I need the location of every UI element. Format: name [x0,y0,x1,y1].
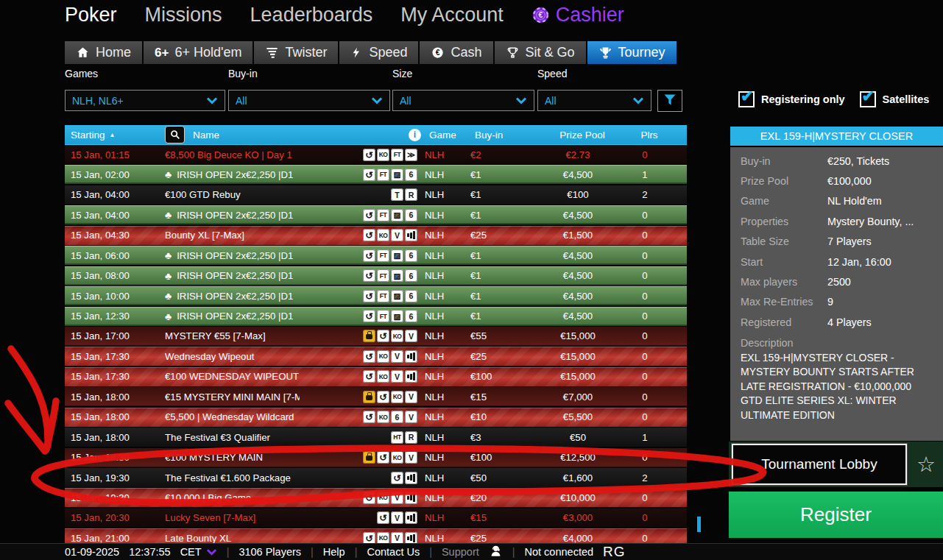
table-row[interactable]: 15 Jan, 19:30The Festival €1.600 Package… [65,468,687,487]
table-row[interactable]: 15 Jan, 08:00♣IRISH OPEN 2x€2,250 |D1↺FT… [65,266,687,286]
buyin-cell: €25 [470,351,529,362]
table-row[interactable]: 15 Jan, 17:00MYSTERY €55 [7-Max]↺KOVNLH€… [65,327,687,346]
row-icons: ↺KOV [300,451,425,464]
sort-asc-icon: ▲ [110,132,116,138]
favorite-star-icon[interactable]: ☆ [916,454,936,475]
six-icon: 6 [405,249,417,262]
tab-cash[interactable]: €Cash [420,41,492,64]
filter-group-buy-in: Buy-inAll [228,68,390,111]
table-row[interactable]: 15 Jan, 18:00The Festival €3 QualifierHT… [65,428,687,447]
filter-select-games[interactable]: NLH, NL6+ [65,90,225,111]
column-players[interactable]: Plrs [631,130,668,141]
table-row[interactable]: 15 Jan, 04:30Bounty XL [7-Max]↺KOVNLH€25… [65,226,687,245]
support-link[interactable]: Support [442,546,479,558]
players-cell: 1 [626,432,663,443]
timezone-selector[interactable]: CET [180,546,217,558]
stats-icon [405,511,417,524]
tournament-lobby-button[interactable]: Tournament Lobby [732,444,907,485]
prize-cell: €10,000 [529,492,626,503]
details-field-table-size: Table Size7 Players [730,232,943,252]
filter-select-buy-in[interactable]: All [228,90,390,111]
nav-item-missions[interactable]: Missions [145,4,222,26]
table-row[interactable]: 15 Jan, 01:15€8,500 Big Deuce KO | Day 1… [65,145,687,164]
register-button[interactable]: Register [729,492,943,538]
clover-icon: ♣ [165,311,172,322]
prize-cell: €100 [529,189,626,200]
search-icon[interactable] [165,126,185,143]
checkbox-registering-only[interactable]: ✔Registering only [738,91,845,107]
nav-item-label: Leaderboards [250,4,373,26]
responsible-gaming-logo[interactable]: RG [603,544,626,560]
table-row[interactable]: 15 Jan, 06:00♣IRISH OPEN 2x€2,250 |D1↺FT… [65,246,687,265]
column-name[interactable]: Name [187,130,409,141]
table-row[interactable]: 15 Jan, 17:30€100 WEDNESDAY WIPEOUT [P..… [65,367,687,386]
table-row[interactable]: 15 Jan, 12:30♣IRISH OPEN 2x€2,250 |D1↺FT… [65,307,687,326]
tab-6-hold-em[interactable]: 6+6+ Hold'em [144,41,252,64]
column-prize-pool[interactable]: Prize Pool [534,130,631,141]
table-row[interactable]: 15 Jan, 20:30Lucky Seven [7-Max]↺VNLH€15… [65,508,687,528]
table-row[interactable]: 15 Jan, 18:00€5,500 | Wednesday Wildcard… [65,408,687,427]
starting-cell: 15 Jan, 17:00 [65,330,165,341]
table-row[interactable]: 15 Jan, 18:00€15 MYSTERY MINI MAIN [7-Ma… [65,387,687,406]
annotation-arrow [11,349,48,446]
nav-item-poker[interactable]: Poker [65,4,117,26]
starting-cell: 15 Jan, 12:30 [65,311,165,322]
stats-icon [405,472,417,484]
info-icon[interactable]: i [409,129,421,141]
table-row[interactable]: 15 Jan, 04:00€100 GTD RebuyTRNLH€1€1002 [65,185,687,205]
stats-icon [405,492,417,504]
players-cell: 0 [626,330,663,341]
nav-item-leaderboards[interactable]: Leaderboards [250,4,373,26]
table-row[interactable]: 15 Jan, 19:30€10,000 | Big Game↺KOVNLH€2… [65,488,687,507]
game-cell: NLH [425,533,470,543]
voucher-icon: V [405,391,417,403]
voucher-icon: V [391,532,403,543]
nav-item-cashier[interactable]: €Cashier [531,4,624,26]
prize-cell: €4,500 [529,210,626,221]
starting-cell: 15 Jan, 04:00 [65,189,165,200]
reentry-icon: ↺ [377,330,389,342]
details-field-buy-in: Buy-in€250, Tickets [730,151,943,171]
ko-icon: KO [377,350,389,363]
table-row[interactable]: 15 Jan, 10:00♣IRISH OPEN 2x€2,250 |D1↺FT… [65,286,687,305]
table-row[interactable]: 15 Jan, 21:00Late Bounty XL↺KOVNLH€25€4,… [65,528,687,543]
scrollbar-thumb[interactable] [697,517,701,532]
row-icons: ↺FT▨6 [300,209,425,221]
filter-select-speed[interactable]: All [537,90,651,111]
nav-item-my-account[interactable]: My Account [400,4,504,26]
players-cell: 0 [626,533,663,543]
starting-cell: 15 Jan, 01:15 [65,149,165,160]
ft-icon: FT [377,169,389,181]
column-buyin[interactable]: Buy-in [475,130,534,141]
tab-sit-go[interactable]: Sit & Go [495,41,586,64]
speed-icon [350,46,363,60]
column-starting[interactable]: Starting ▲ [65,130,165,141]
tab-twister[interactable]: Twister [254,41,338,64]
tab-tourney[interactable]: Tourney [587,41,677,64]
help-link[interactable]: Help [323,546,345,558]
connection-status: Not connected [525,546,594,558]
divider: | [311,546,314,558]
tab-label: Home [96,45,131,60]
table-row[interactable]: 15 Jan, 04:00♣IRISH OPEN 2x€2,250 |D1↺FT… [65,205,687,224]
filter-select-size[interactable]: All [392,90,534,111]
clover-icon: ♣ [165,271,172,281]
row-icons: ↺KOV [300,370,425,383]
support-agent-icon[interactable] [489,544,503,560]
checkmark-icon: ✔ [741,88,754,105]
ft-icon: FT [377,249,389,262]
table-row[interactable]: 15 Jan, 17:30Wednesday Wipeout↺KOVNLH€25… [65,347,687,366]
contact-us-link[interactable]: Contact Us [367,546,420,558]
table-row[interactable]: 15 Jan, 18:30€100 MYSTERY MAIN↺KOVNLH€10… [65,448,687,467]
players-cell: 0 [626,492,663,503]
tab-speed[interactable]: Speed [339,41,418,64]
players-cell: 0 [626,311,663,322]
column-game[interactable]: Game [429,130,475,141]
row-icons: ↺FT▨6 [300,249,425,262]
table-row[interactable]: 15 Jan, 02:00♣IRISH OPEN 2x€2,250 |D1↺FT… [65,165,687,184]
chevron-down-icon [371,95,383,107]
tournament-name: Late Bounty XL [165,533,231,543]
filter-button[interactable] [657,90,682,112]
tab-home[interactable]: Home [65,41,142,64]
checkbox-satellites[interactable]: ✔Satellites [860,91,930,107]
